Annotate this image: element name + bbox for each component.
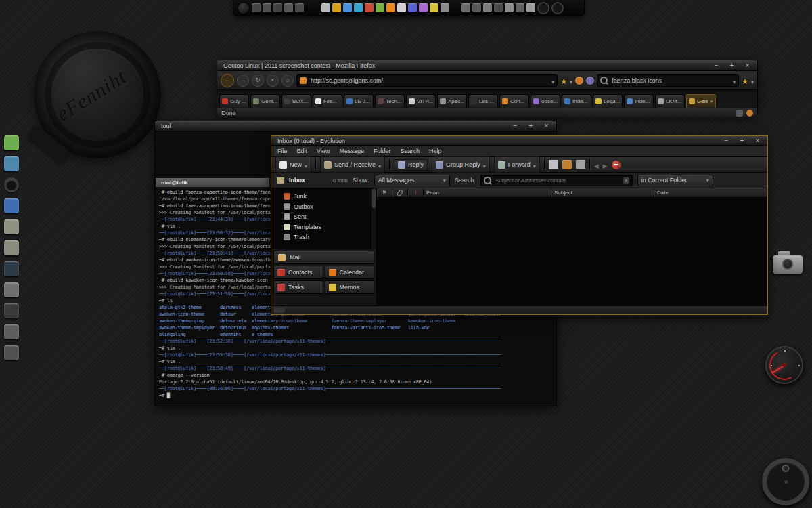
settings-launcher-icon[interactable]: [441, 3, 449, 12]
search-scope-dropdown[interactable]: in Current Folder: [637, 175, 713, 186]
previous-message-icon[interactable]: [594, 158, 599, 171]
terminal-titlebar[interactable]: touf − + ×: [155, 121, 556, 131]
print-icon[interactable]: [549, 160, 558, 169]
subject-column-header[interactable]: Subject: [551, 188, 654, 197]
menu-item[interactable]: View: [317, 148, 330, 154]
wallpapers-icon[interactable]: [4, 156, 19, 171]
firefox-tab[interactable]: Les ...: [468, 94, 498, 108]
launcher-icon-5[interactable]: [295, 3, 304, 12]
panel-knob-icon-2[interactable]: [551, 2, 564, 14]
url-dropdown-icon[interactable]: [551, 75, 554, 87]
graphics-launcher-icon[interactable]: [419, 3, 428, 12]
scrollbar-thumb[interactable]: [372, 189, 376, 208]
documents-folder-icon[interactable]: [4, 219, 19, 234]
maximize-button[interactable]: +: [729, 62, 735, 69]
folder-item[interactable]: Junk: [271, 191, 376, 201]
stop-icon[interactable]: ×: [267, 75, 279, 87]
addon-icon-2[interactable]: [586, 77, 594, 85]
tray-icon-1[interactable]: [461, 3, 470, 12]
chevron-down-icon[interactable]: [483, 158, 486, 171]
firefox-tab[interactable]: Inde...: [624, 94, 654, 108]
chevron-down-icon[interactable]: [378, 158, 381, 171]
tray-icon-3[interactable]: [483, 3, 492, 12]
tray-icon-4[interactable]: [494, 3, 503, 12]
tray-icon-7[interactable]: [526, 3, 535, 12]
switcher-button[interactable]: Memos: [325, 280, 375, 294]
video-launcher-icon[interactable]: [408, 3, 417, 12]
search-bar[interactable]: [597, 74, 739, 87]
chevron-down-icon[interactable]: [533, 158, 536, 171]
bookmarks-dropdown-icon[interactable]: [570, 75, 572, 87]
priority-column-header[interactable]: !: [408, 188, 424, 197]
display-settings-icon[interactable]: [4, 261, 19, 276]
minimize-button[interactable]: −: [713, 62, 719, 69]
tray-icon-6[interactable]: [516, 3, 524, 12]
maximize-button[interactable]: +: [739, 137, 745, 144]
firefox-tab[interactable]: LE J...: [344, 94, 374, 108]
terminal-icon[interactable]: [4, 303, 19, 318]
url-input[interactable]: [309, 77, 549, 85]
evolution-titlebar[interactable]: Inbox (0 total) - Evolution − + ×: [271, 136, 767, 146]
browser-launcher-icon[interactable]: [343, 3, 352, 12]
media-launcher-icon[interactable]: [365, 3, 374, 12]
minimize-button[interactable]: −: [723, 137, 729, 144]
show-filter-dropdown[interactable]: All Messages: [374, 175, 450, 186]
firefox-tab[interactable]: Guy ...: [219, 94, 249, 108]
firefox-tab[interactable]: obse...: [531, 94, 560, 108]
browser-icon[interactable]: [4, 198, 19, 213]
flag-column-header[interactable]: [377, 188, 392, 197]
delete-icon[interactable]: [576, 160, 585, 169]
music-launcher-icon[interactable]: [376, 3, 384, 12]
addon-icon-1[interactable]: [575, 77, 583, 85]
junk-icon[interactable]: [562, 160, 572, 169]
message-search-field[interactable]: [480, 175, 633, 186]
pictures-icon[interactable]: [4, 135, 19, 150]
firefox-tab[interactable]: BOX...: [281, 94, 311, 108]
firefox-tab[interactable]: Gent...: [250, 94, 280, 108]
disc-icon[interactable]: [4, 177, 19, 192]
toolbar-overflow-icon[interactable]: [751, 75, 754, 87]
tray-icon-2[interactable]: [472, 3, 481, 12]
close-button[interactable]: ×: [744, 62, 750, 69]
reload-icon[interactable]: ↻: [252, 75, 264, 87]
statusbar-notification-icon[interactable]: [746, 110, 753, 117]
chevron-down-icon[interactable]: [304, 158, 307, 171]
mail-switcher-button[interactable]: Mail: [273, 251, 374, 264]
panel-knob-icon-1[interactable]: [537, 2, 549, 14]
firefox-titlebar[interactable]: Gentoo Linux | 2011 screenshot contest -…: [217, 60, 757, 71]
search-engine-dropdown-icon[interactable]: [733, 75, 736, 87]
folder-item[interactable]: Sent: [271, 211, 376, 221]
menu-item[interactable]: Message: [339, 148, 364, 154]
office-launcher-icon[interactable]: [397, 3, 406, 12]
cancel-icon[interactable]: [612, 161, 621, 169]
maximize-button[interactable]: +: [528, 123, 534, 129]
firefox-tab[interactable]: LKM...: [655, 94, 685, 108]
close-button[interactable]: ×: [754, 137, 761, 144]
next-message-icon[interactable]: [603, 158, 608, 171]
launcher-icon-3[interactable]: [273, 3, 282, 12]
attachment-column-header[interactable]: [392, 188, 408, 197]
forward-icon[interactable]: →: [237, 75, 249, 87]
folder-icon-1[interactable]: [4, 282, 19, 297]
group-reply-button[interactable]: Group Reply: [432, 156, 490, 173]
terminal-tab[interactable]: root@lufik: [156, 178, 269, 187]
launcher-icon-4[interactable]: [284, 3, 293, 12]
firefox-tab[interactable]: Tech...: [375, 94, 405, 108]
folder-icon-2[interactable]: [4, 324, 19, 339]
from-column-header[interactable]: From: [424, 188, 551, 197]
switcher-button[interactable]: Contacts: [273, 266, 323, 279]
firefox-tab[interactable]: Apec...: [437, 94, 467, 108]
firefox-tab[interactable]: Gent...: [686, 94, 716, 108]
folder-item[interactable]: Outbox: [271, 201, 376, 211]
folder-tree-scrollbar[interactable]: [371, 188, 376, 249]
reply-button[interactable]: Reply: [394, 159, 428, 171]
forward-button[interactable]: Forward: [494, 156, 540, 173]
folder-item[interactable]: Templates: [271, 221, 376, 232]
back-icon[interactable]: ←: [221, 74, 234, 87]
url-bar[interactable]: [296, 74, 558, 87]
firefox-tab[interactable]: VITR...: [406, 94, 436, 108]
message-list[interactable]: [377, 198, 767, 305]
send-receive-button[interactable]: Send / Receive: [320, 156, 385, 173]
clear-search-icon[interactable]: [623, 177, 629, 184]
search-input[interactable]: [610, 77, 730, 85]
